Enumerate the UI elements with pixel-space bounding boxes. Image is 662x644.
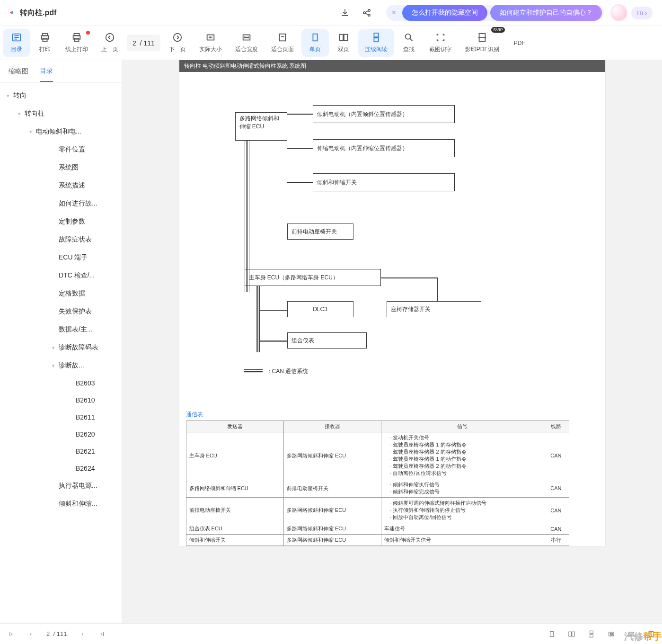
fit-width-button[interactable]: 适合宽度: [229, 26, 265, 60]
suggestion-pill-2[interactable]: 如何建立和维护自己的自信心？: [490, 5, 602, 21]
outline-item[interactable]: ECU 端子: [0, 249, 122, 267]
screenshot-ocr-button[interactable]: 截图识字: [423, 26, 459, 60]
outline-item[interactable]: B2611: [0, 409, 122, 426]
diagram-box-dlc3: DLC3: [287, 301, 353, 317]
outline-item[interactable]: B2621: [0, 443, 122, 460]
share-icon[interactable]: [362, 8, 372, 18]
caret-icon: ▾: [50, 345, 57, 351]
outline-item[interactable]: ▾转向: [0, 87, 122, 105]
online-print-button[interactable]: 线上打印: [59, 26, 95, 60]
table-row: 组合仪表 ECU多路网络倾斜和伸缩 ECU车速信号CAN: [186, 523, 569, 535]
two-view-icon[interactable]: [567, 630, 576, 638]
table-cell: CAN: [543, 498, 569, 523]
page-section-header: 转向柱 电动倾斜和电动伸缩式转向柱系统 系统图: [179, 60, 605, 72]
sidebar: 缩略图 目录 ▾转向▾转向柱▾电动倾斜和电...零件位置系统图系统描述如何进行故…: [0, 60, 122, 623]
outline-item[interactable]: B2620: [0, 426, 122, 443]
caret-icon: ▾: [5, 93, 11, 99]
svip-badge: SVIP: [491, 27, 505, 33]
outline-item[interactable]: ▾诊断故...: [0, 357, 122, 375]
fit-page-button[interactable]: 适合页面: [265, 26, 300, 60]
system-diagram: 多路网络倾斜和伸缩 ECU 倾斜电动机（内置倾斜位置传感器） 伸缩电动机（内置伸…: [203, 81, 496, 406]
table-cell: 车速信号: [381, 523, 543, 535]
outline-item[interactable]: 定制参数: [0, 213, 122, 231]
next-page-button[interactable]: 下一页: [162, 26, 193, 60]
outline-item[interactable]: 系统描述: [0, 177, 122, 195]
hi-chip[interactable]: Hi›: [631, 7, 653, 19]
last-page-icon[interactable]: ›I: [98, 630, 106, 638]
actual-size-button[interactable]: 实际大小: [193, 26, 229, 60]
outline-label: 数据表/主...: [59, 325, 93, 334]
outline-label: 诊断故...: [59, 361, 84, 370]
outline-tree[interactable]: ▾转向▾转向柱▾电动倾斜和电...零件位置系统图系统描述如何进行故...定制参数…: [0, 83, 122, 623]
download-icon[interactable]: [340, 8, 350, 18]
zoom-actual-icon[interactable]: 1:1: [607, 630, 616, 638]
caret-icon: ▾: [50, 363, 57, 369]
svg-rect-28: [590, 631, 593, 633]
table-cell: 多路网络倾斜和伸缩 ECU: [283, 535, 381, 546]
outline-item[interactable]: 倾斜和伸缩...: [0, 495, 122, 513]
outline-label: 诊断故障码表: [59, 343, 98, 352]
diagram-box-mem-switch: 座椅存储器开关: [387, 301, 481, 317]
table-cell: 发动机开关信号驾驶员座椅存储器 1 的存储指令驾驶员座椅存储器 2 的存储指令驾…: [381, 432, 543, 479]
table-header: 线路: [543, 421, 569, 432]
tab-thumbnails[interactable]: 缩略图: [9, 62, 28, 81]
prev-page-button[interactable]: 上一页: [95, 26, 125, 60]
diagram-box-main-ecu: 主车身 ECU（多路网络车身 ECU）: [245, 269, 381, 286]
table-cell: 倾斜和伸缩执行信号倾斜和伸缩完成信号: [381, 479, 543, 498]
next-page-icon[interactable]: ›: [78, 630, 87, 638]
outline-item[interactable]: B2603: [0, 375, 122, 392]
continuous-scroll-button[interactable]: 连续阅读: [358, 29, 394, 57]
page-indicator[interactable]: 2 / 111: [127, 35, 160, 51]
pdf-ocr-button[interactable]: SVIP 影印PDF识别: [459, 26, 506, 60]
table-cell: 多路网络倾斜和伸缩 ECU: [283, 498, 381, 523]
diagram-box-switch1: 倾斜和伸缩开关: [313, 173, 455, 191]
suggestion-pill-1[interactable]: 怎么打开我的隐藏空间: [402, 5, 487, 21]
outline-item[interactable]: 数据表/主...: [0, 321, 122, 339]
table-cell: 多路网络倾斜和伸缩 ECU: [283, 523, 381, 535]
screenshot-icon: [435, 32, 446, 43]
tab-outline[interactable]: 目录: [40, 61, 53, 82]
close-icon[interactable]: ×: [388, 7, 399, 18]
outline-item[interactable]: B2624: [0, 460, 122, 477]
pdf-page: 转向柱 电动倾斜和电动伸缩式转向柱系统 系统图 多路网络倾斜和伸缩 ECU 倾斜…: [179, 60, 605, 546]
outline-item[interactable]: 执行器电源...: [0, 477, 122, 495]
continuous-view-icon[interactable]: [587, 630, 596, 638]
outline-item[interactable]: B2610: [0, 392, 122, 409]
svg-rect-18: [313, 34, 317, 41]
single-view-icon[interactable]: [547, 630, 556, 638]
svg-text:1:1: 1:1: [610, 633, 613, 635]
outline-item[interactable]: 零件位置: [0, 141, 122, 159]
outline-item[interactable]: ▾诊断故障码表: [0, 339, 122, 357]
pdf-viewer[interactable]: 转向柱 电动倾斜和电动伸缩式转向柱系统 系统图 多路网络倾斜和伸缩 ECU 倾斜…: [122, 60, 662, 623]
actual-size-icon: [205, 32, 216, 43]
outline-label: B2624: [76, 465, 95, 472]
first-page-icon[interactable]: I‹: [7, 630, 15, 638]
fit-width-icon: [241, 32, 252, 43]
outline-item[interactable]: 如何进行故...: [0, 195, 122, 213]
outline-item[interactable]: DTC 检查/...: [0, 267, 122, 285]
single-page-button[interactable]: 单页: [301, 29, 329, 57]
two-page-button[interactable]: 双页: [330, 26, 357, 60]
outline-item[interactable]: 故障症状表: [0, 231, 122, 249]
toolbar: 目录 打印 线上打印 上一页 2 / 111 下一页 实际大小 适合宽度 适合页…: [0, 26, 662, 60]
svg-rect-22: [374, 38, 378, 42]
outline-item[interactable]: 失效保护表: [0, 303, 122, 321]
search-button[interactable]: 查找: [395, 26, 423, 60]
outline-item[interactable]: 系统图: [0, 159, 122, 177]
outline-label: 零件位置: [59, 145, 85, 154]
prev-page-icon[interactable]: ‹: [26, 630, 35, 638]
pdf-extra-button[interactable]: PDF: [506, 26, 533, 60]
svg-rect-26: [569, 632, 571, 636]
outline-item[interactable]: ▾转向柱: [0, 105, 122, 123]
outline-label: 系统图: [59, 163, 79, 172]
document-title: 转向柱.pdf: [20, 8, 56, 18]
print-button[interactable]: 打印: [31, 26, 59, 60]
outline-item[interactable]: ▾电动倾斜和电...: [0, 123, 122, 141]
avatar[interactable]: [610, 4, 627, 21]
fit-page-icon: [277, 32, 288, 43]
single-page-icon: [310, 32, 320, 43]
communication-table: 发送器接收器信号线路 主车身 ECU多路网络倾斜和伸缩 ECU发动机开关信号驾驶…: [186, 420, 569, 546]
outline-item[interactable]: 定格数据: [0, 285, 122, 303]
toc-button[interactable]: 目录: [3, 29, 30, 57]
table-cell: 主车身 ECU: [186, 432, 283, 479]
